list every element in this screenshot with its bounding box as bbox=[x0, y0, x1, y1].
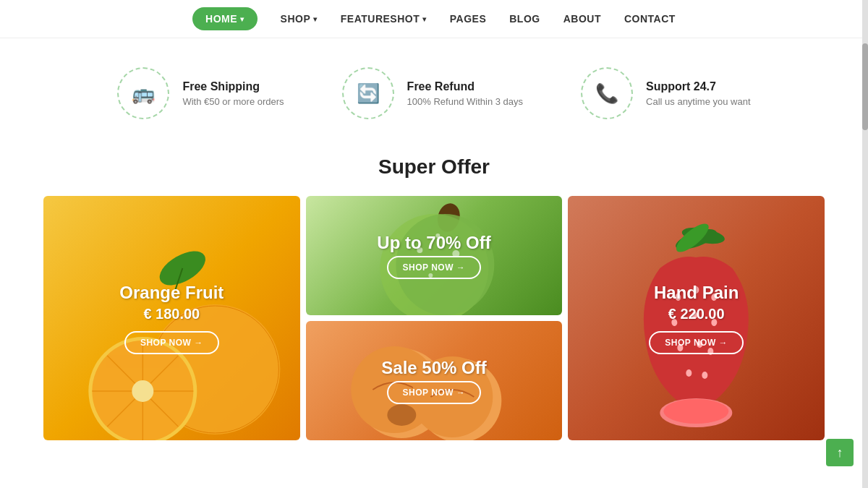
back-to-top-button[interactable]: ↑ bbox=[826, 439, 854, 466]
svg-point-10 bbox=[132, 380, 153, 402]
nav-featureshot[interactable]: FEATURESHOT ▾ bbox=[341, 13, 427, 25]
hand-pain-title: Hand Pain bbox=[649, 283, 744, 303]
nav-contact-label: CONTACT bbox=[624, 13, 676, 25]
support-icon: 📞 bbox=[595, 82, 618, 105]
support-subtitle: Call us anytime you want bbox=[646, 96, 751, 107]
nav-blog[interactable]: BLOG bbox=[509, 13, 540, 25]
nav-shop[interactable]: SHOP ▾ bbox=[281, 13, 318, 25]
refund-icon-wrap: 🔄 bbox=[342, 67, 394, 119]
nav-home-arrow: ▾ bbox=[240, 15, 244, 23]
feature-support: 📞 Support 24.7 Call us anytime you want bbox=[581, 67, 751, 119]
offer-grid: Orange Fruit € 180.00 SHOP NOW → Up to 7… bbox=[0, 196, 868, 469]
svg-point-30 bbox=[686, 369, 692, 377]
nav-contact[interactable]: CONTACT bbox=[624, 13, 676, 25]
navbar: HOME ▾ SHOP ▾ FEATURESHOT ▾ PAGES BLOG A… bbox=[0, 0, 868, 38]
orange-fruit-shop-now[interactable]: SHOP NOW → bbox=[124, 331, 219, 354]
shipping-icon-wrap: 🚌 bbox=[117, 67, 169, 119]
feature-shipping: 🚌 Free Shipping With €50 or more orders bbox=[117, 67, 284, 119]
section-title: Super Offer bbox=[0, 155, 868, 179]
nav-pages-label: PAGES bbox=[450, 13, 486, 25]
hand-pain-shop-now[interactable]: SHOP NOW → bbox=[649, 331, 744, 354]
refund-text: Free Refund 100% Refund Within 3 days bbox=[407, 80, 523, 107]
nav-shop-label: SHOP bbox=[281, 13, 311, 25]
card-70-off: Up to 70% Off SHOP NOW → bbox=[306, 196, 563, 315]
nav-featureshot-arrow: ▾ bbox=[422, 15, 427, 23]
nav-blog-label: BLOG bbox=[509, 13, 540, 25]
support-icon-wrap: 📞 bbox=[581, 67, 633, 119]
orange-fruit-price: € 180.00 bbox=[119, 306, 224, 322]
card-hand-pain: Hand Pain € 220.00 SHOP NOW → bbox=[568, 196, 825, 440]
orange-fruit-content: Orange Fruit € 180.00 SHOP NOW → bbox=[108, 271, 235, 366]
svg-point-33 bbox=[664, 399, 729, 424]
refund-icon: 🔄 bbox=[357, 82, 380, 105]
card-sale-50: Sale 50% Off SHOP NOW → bbox=[306, 321, 563, 440]
nav-home[interactable]: HOME ▾ bbox=[192, 7, 258, 30]
svg-point-31 bbox=[702, 372, 708, 379]
support-text: Support 24.7 Call us anytime you want bbox=[646, 80, 751, 107]
features-section: 🚌 Free Shipping With €50 or more orders … bbox=[0, 38, 868, 148]
sale-50-shop-now[interactable]: SHOP NOW → bbox=[387, 381, 482, 404]
scrollbar-thumb bbox=[862, 43, 868, 130]
orange-fruit-title: Orange Fruit bbox=[119, 283, 224, 303]
feature-refund: 🔄 Free Refund 100% Refund Within 3 days bbox=[342, 67, 523, 119]
nav-about[interactable]: ABOUT bbox=[563, 13, 601, 25]
card-orange-fruit: Orange Fruit € 180.00 SHOP NOW → bbox=[43, 196, 300, 440]
hand-pain-price: € 220.00 bbox=[649, 306, 744, 322]
sale-50-content: Sale 50% Off SHOP NOW → bbox=[370, 346, 498, 416]
nav-pages[interactable]: PAGES bbox=[450, 13, 486, 25]
shipping-text: Free Shipping With €50 or more orders bbox=[182, 80, 284, 107]
hand-pain-content: Hand Pain € 220.00 SHOP NOW → bbox=[637, 271, 755, 366]
shipping-subtitle: With €50 or more orders bbox=[182, 96, 284, 107]
nav-featureshot-label: FEATURESHOT bbox=[341, 13, 420, 25]
shipping-title: Free Shipping bbox=[182, 80, 284, 93]
refund-title: Free Refund bbox=[407, 80, 523, 93]
70-off-content: Up to 70% Off SHOP NOW → bbox=[365, 221, 502, 291]
nav-shop-arrow: ▾ bbox=[313, 15, 318, 23]
sale-50-title: Sale 50% Off bbox=[381, 358, 486, 378]
nav-about-label: ABOUT bbox=[563, 13, 601, 25]
70-off-title: Up to 70% Off bbox=[377, 233, 490, 253]
super-offer-section: Super Offer Or bbox=[0, 155, 868, 469]
refund-subtitle: 100% Refund Within 3 days bbox=[407, 96, 523, 107]
support-title: Support 24.7 bbox=[646, 80, 751, 93]
page-scrollbar[interactable] bbox=[862, 0, 868, 469]
nav-home-label: HOME bbox=[205, 13, 237, 25]
shipping-icon: 🚌 bbox=[132, 82, 155, 105]
70-off-shop-now[interactable]: SHOP NOW → bbox=[387, 256, 482, 279]
